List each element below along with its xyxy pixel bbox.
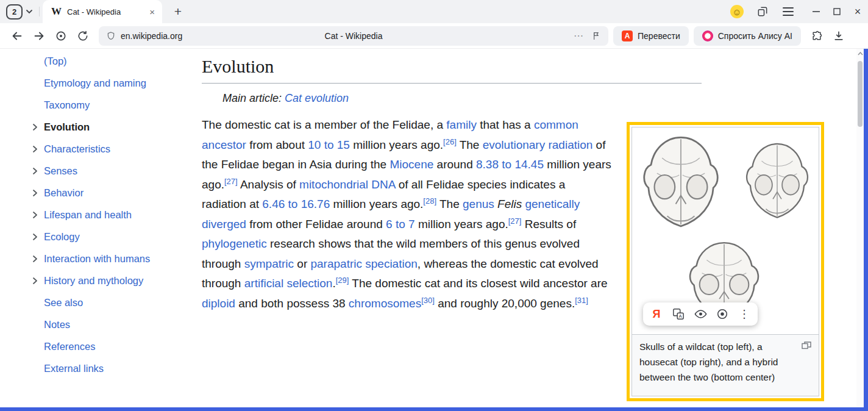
sidebar-item[interactable]: Lifespan and health [26, 204, 190, 226]
article-link[interactable]: 6.46 to 16.76 [262, 198, 330, 210]
tab-list-chevron-icon[interactable] [23, 4, 36, 20]
article-link[interactable]: 8.38 to 14.45 [476, 158, 544, 171]
sidebar-item-label[interactable]: Taxonomy [44, 99, 90, 111]
sidebar-item[interactable]: History and mythology [26, 270, 190, 291]
sidebar-item[interactable]: External links [26, 357, 190, 379]
reference-link[interactable]: [26] [443, 137, 457, 146]
article-link[interactable]: evolutionary radiation [483, 138, 593, 151]
sidebar-item[interactable]: Behavior [26, 182, 190, 204]
side-panels-icon[interactable] [755, 4, 770, 20]
sidebar-item-label[interactable]: Notes [44, 319, 70, 331]
scroll-up-icon[interactable] [856, 49, 864, 59]
section-expand-chevron-icon[interactable] [26, 277, 44, 285]
section-expand-chevron-icon[interactable] [26, 211, 44, 219]
reference-link[interactable]: [28] [423, 196, 436, 206]
image-more-icon[interactable]: ⋮ [733, 304, 755, 324]
image-search-lens-icon[interactable] [711, 304, 733, 324]
tab-close-icon[interactable]: × [148, 7, 156, 17]
sidebar-item-label[interactable]: Ecology [44, 231, 80, 243]
hatnote-link[interactable]: Cat evolution [285, 92, 349, 104]
sidebar-item[interactable]: Ecology [26, 226, 190, 248]
sidebar-item[interactable]: Senses [26, 160, 190, 182]
section-expand-chevron-icon[interactable] [26, 145, 44, 153]
back-button[interactable] [6, 26, 28, 46]
forward-button[interactable] [28, 26, 50, 46]
sidebar-item-label[interactable]: Interaction with humans [44, 253, 150, 265]
article-link[interactable]: genus [463, 198, 494, 210]
reference-link[interactable]: [30] [421, 295, 435, 304]
article-link[interactable]: sympatric [244, 257, 294, 270]
sidebar-item-label[interactable]: Etymology and naming [44, 77, 146, 89]
figure-caption-area: Skulls of a wildcat (top left), a housec… [632, 335, 819, 388]
ask-alice-button[interactable]: Спросить Алису AI [694, 26, 801, 46]
maximize-button[interactable] [827, 0, 847, 23]
article-link[interactable]: parapatric [310, 257, 362, 270]
tab-counter-button[interactable]: 2 [6, 4, 23, 20]
security-shield-icon[interactable] [106, 30, 116, 41]
sidebar-item[interactable]: Evolution [26, 116, 190, 138]
bookmark-flag-icon[interactable] [591, 30, 601, 41]
sidebar-item[interactable]: Etymology and naming [26, 72, 190, 94]
tabbar-divider [39, 7, 40, 16]
sidebar-item-label[interactable]: Lifespan and health [44, 209, 132, 221]
scrollbar[interactable] [856, 49, 864, 407]
new-tab-button[interactable]: + [171, 4, 185, 19]
article-link[interactable]: diploid [202, 297, 235, 310]
sidebar-item-label[interactable]: See also [44, 297, 83, 309]
sidebar-item-label[interactable]: Behavior [44, 187, 84, 199]
eye-icon[interactable] [689, 304, 711, 324]
enlarge-icon[interactable] [802, 341, 811, 349]
image-translate-icon[interactable]: A [667, 304, 689, 324]
section-expand-chevron-icon[interactable] [26, 233, 44, 241]
sidebar-item-label[interactable]: (Top) [44, 55, 67, 67]
reference-link[interactable]: [27] [224, 176, 238, 185]
reference-link[interactable]: [27] [508, 216, 522, 225]
minimize-button[interactable] [806, 0, 827, 23]
sidebar-item-label[interactable]: References [44, 341, 95, 352]
article-link[interactable]: 10 to 15 [308, 138, 350, 151]
sidebar-item-label[interactable]: Senses [44, 165, 77, 177]
menu-icon[interactable] [780, 4, 796, 20]
reference-link[interactable]: [31] [575, 295, 588, 304]
article-link[interactable]: mitochondrial DNA [299, 178, 395, 191]
tab-cat-wikipedia[interactable]: W Cat - Wikipedia × [43, 0, 162, 23]
sidebar-item-label[interactable]: Evolution [44, 121, 90, 133]
address-bar[interactable]: en.wikipedia.org Cat - Wikipedia ⋯ [99, 26, 608, 46]
article-link[interactable]: chromosomes [349, 297, 421, 310]
url-text[interactable]: en.wikipedia.org [121, 31, 182, 41]
section-expand-chevron-icon[interactable] [26, 167, 44, 175]
tabbar-right-controls: ☺ × [730, 0, 868, 23]
address-overflow-icon[interactable]: ⋯ [574, 30, 584, 41]
reference-link[interactable]: [29] [336, 276, 349, 285]
yandex-search-icon[interactable]: Я [646, 304, 667, 324]
sidebar-item[interactable]: Taxonomy [26, 94, 190, 116]
sidebar-item-label[interactable]: History and mythology [44, 275, 143, 287]
sidebar-item[interactable]: (Top) [26, 50, 190, 72]
section-expand-chevron-icon[interactable] [26, 123, 44, 131]
reload-button[interactable] [72, 26, 94, 46]
section-expand-chevron-icon[interactable] [26, 189, 44, 197]
sidebar-item[interactable]: References [26, 335, 190, 357]
article-link[interactable]: speciation [365, 257, 418, 270]
article-link[interactable]: Miocene [390, 158, 433, 171]
article-link[interactable]: 6 to 7 [386, 218, 415, 231]
downloads-icon[interactable] [828, 26, 850, 46]
close-button[interactable]: × [847, 0, 868, 23]
article-link[interactable]: phylogenetic [202, 237, 267, 250]
sidebar-item[interactable]: Notes [26, 313, 190, 335]
sidebar-item[interactable]: See also [26, 291, 190, 313]
section-expand-chevron-icon[interactable] [26, 255, 44, 263]
sidebar-item[interactable]: Characteristics [26, 138, 190, 160]
translate-button[interactable]: A Перевести [613, 26, 689, 46]
skulls-image[interactable]: Я A ⋮ [632, 127, 819, 335]
article-link[interactable]: family [446, 118, 477, 131]
sidebar-item[interactable]: Interaction with humans [26, 248, 190, 270]
skulls-figure-highlighted[interactable]: Я A ⋮ Skulls of a wildcat [627, 122, 824, 401]
sidebar-item-label[interactable]: Characteristics [44, 143, 110, 155]
scrollbar-thumb[interactable] [858, 61, 863, 127]
profile-avatar[interactable]: ☺ [730, 5, 744, 18]
article-link[interactable]: artificial selection [244, 277, 333, 290]
extensions-puzzle-icon[interactable] [806, 26, 828, 46]
yandex-browser-icon[interactable] [50, 26, 72, 46]
sidebar-item-label[interactable]: External links [44, 363, 104, 374]
